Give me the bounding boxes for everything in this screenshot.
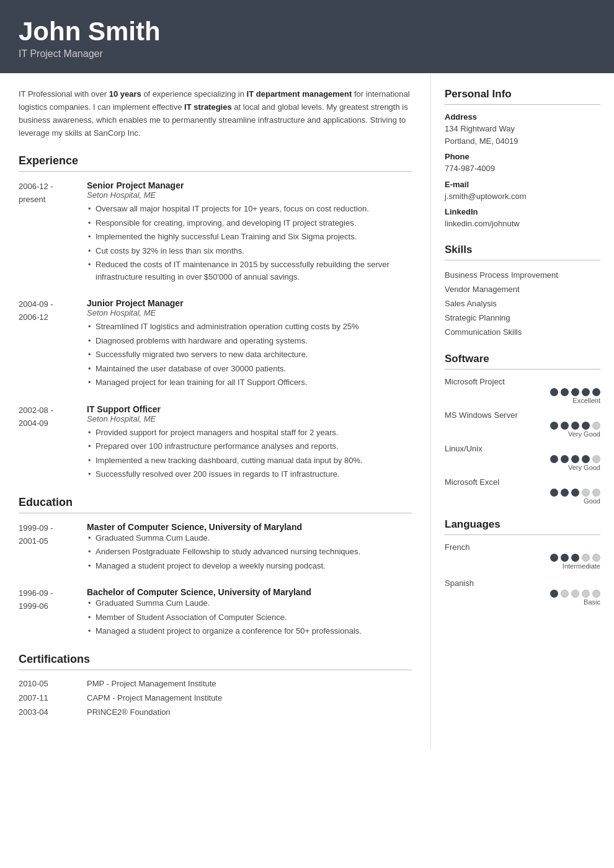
software-label-4: Good [584,497,600,505]
software-name-2: MS Windows Server [445,410,600,420]
experience-body-1: Senior Project Manager Seton Hospital, M… [87,180,412,285]
experience-bullets-2: Streamlined IT logistics and administrat… [87,321,412,389]
dot [561,489,569,497]
experience-dates-1: 2006-12 - present [19,180,87,285]
left-column: IT Professional with over 10 years of ex… [0,73,431,749]
software-rating-3: Very Good [445,455,600,471]
software-dots-2 [550,422,600,430]
languages-title: Languages [445,518,600,531]
cert-name-2: CAPM - Project Management Institute [87,693,412,702]
bullet: Managed a student project to develop a w… [87,560,412,572]
cert-date-2: 2007-11 [19,693,87,702]
language-name-2: Spanish [445,578,600,588]
bullet: Maintained the user database of over 300… [87,363,412,375]
software-dots-3 [550,455,600,463]
dot [550,455,558,463]
experience-org-2: Seton Hospital, ME [87,308,412,317]
education-section: Education 1999-09 - 2001-05 Master of Co… [19,496,412,639]
dot [571,422,579,430]
bullet: Successfully resolved over 200 issues in… [87,468,412,480]
software-item-4: Microsoft Excel Good [445,477,600,505]
languages-section: Languages French Intermediate Spanish [445,518,600,606]
certifications-title: Certifications [19,653,412,666]
experience-dates-2: 2004-09 - 2006-12 [19,298,87,391]
personal-info-title: Personal Info [445,88,600,100]
education-role-2: Bachelor of Computer Science, University… [87,587,412,597]
dot [582,455,590,463]
experience-bullets-1: Oversaw all major hospital IT projects f… [87,203,412,283]
software-item-2: MS Windows Server Very Good [445,410,600,438]
software-name-4: Microsoft Excel [445,477,600,487]
dot [550,388,558,396]
main-content: IT Professional with over 10 years of ex… [0,73,614,749]
dot [550,554,558,562]
personal-info-email-label: E-mail [445,180,600,189]
education-entry-1: 1999-09 - 2001-05 Master of Computer Sci… [19,522,412,574]
software-item-3: Linux/Unix Very Good [445,444,600,471]
bullet: Responsible for creating, improving, and… [87,217,412,229]
education-divider [19,513,412,513]
personal-info-email-value: j.smith@uptowork.com [445,190,600,203]
dot [592,422,600,430]
education-bullets-1: Graduated Summa Cum Laude. Andersen Post… [87,532,412,572]
bullet: Reduced the costs of IT maintenance in 2… [87,259,412,283]
experience-role-1: Senior Project Manager [87,180,412,190]
bullet: Managed a student project to organize a … [87,625,412,637]
language-name-1: French [445,542,600,552]
software-label-1: Excellent [572,397,600,404]
dot [571,388,579,396]
education-body-2: Bachelor of Computer Science, University… [87,587,412,639]
dot [592,590,600,598]
dot [592,455,600,463]
dot [550,422,558,430]
bullet: Graduated Summa Cum Laude. [87,597,412,609]
dot [582,554,590,562]
experience-entry-2: 2004-09 - 2006-12 Junior Project Manager… [19,298,412,391]
cert-name-3: PRINCE2® Foundation [87,707,412,717]
personal-info-phone-value: 774-987-4009 [445,162,600,175]
dot [550,489,558,497]
summary-section: IT Professional with over 10 years of ex… [19,88,412,140]
dot [561,422,569,430]
bullet: Diagnosed problems with hardware and ope… [87,335,412,347]
experience-role-3: IT Support Officer [87,404,412,414]
bullet: Graduated Summa Cum Laude. [87,532,412,544]
bullet: Implemented the highly successful Lean T… [87,231,412,243]
personal-info-phone-label: Phone [445,152,600,161]
skills-section: Skills Business Process Improvement Vend… [445,244,600,339]
skill-item-2: Vendor Management [445,282,600,296]
skill-item-1: Business Process Improvement [445,268,600,282]
language-item-2: Spanish Basic [445,578,600,606]
bullet: Provided support for project managers an… [87,427,412,439]
bullet: Cut costs by 32% in less than six months… [87,245,412,257]
dot [582,489,590,497]
dot [571,489,579,497]
experience-role-2: Junior Project Manager [87,298,412,308]
education-dates-2: 1996-09 - 1999-06 [19,587,87,639]
education-dates-1: 1999-09 - 2001-05 [19,522,87,574]
education-bullets-2: Graduated Summa Cum Laude. Member of Stu… [87,597,412,637]
software-rating-4: Good [445,489,600,505]
personal-info-section: Personal Info Address 134 Rightward WayP… [445,88,600,230]
bullet: Prepared over 100 infrastructure perform… [87,440,412,453]
personal-info-linkedin-label: LinkedIn [445,207,600,216]
experience-entry-3: 2002-08 - 2004-09 IT Support Officer Set… [19,404,412,482]
certifications-divider [19,670,412,670]
cert-entry-1: 2010-05 PMP - Project Management Institu… [19,679,412,688]
dot [561,455,569,463]
software-name-1: Microsoft Project [445,377,600,386]
software-dots-1 [550,388,600,396]
experience-body-2: Junior Project Manager Seton Hospital, M… [87,298,412,391]
dot [571,554,579,562]
languages-divider [445,534,600,535]
personal-info-divider [445,104,600,105]
personal-info-linkedin-value: linkedin.com/johnutw [445,218,600,230]
software-label-2: Very Good [568,430,600,438]
dot [561,554,569,562]
experience-title: Experience [19,154,412,167]
personal-info-address-value: 134 Rightward WayPortland, ME, 04019 [445,123,600,147]
candidate-name: John Smith [19,17,595,46]
software-dots-4 [550,489,600,497]
skills-divider [445,260,600,260]
cert-name-1: PMP - Project Management Institute [87,679,412,688]
